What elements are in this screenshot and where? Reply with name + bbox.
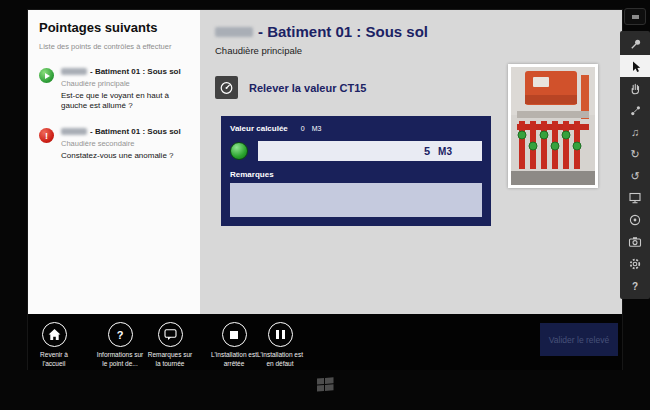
remarks-label: Remarques bbox=[230, 170, 482, 179]
value-entry-panel: Valeur calculée 0 M3 5 M3 Remarques bbox=[221, 116, 491, 226]
value-text: 5 bbox=[424, 145, 430, 157]
status-alert-icon bbox=[39, 128, 54, 143]
hand-icon bbox=[629, 82, 642, 95]
point-subtitle: Chaudière principale bbox=[61, 79, 183, 88]
page-subtitle: Chaudière principale bbox=[215, 45, 622, 56]
rotate-clockwise-button[interactable]: ↻ bbox=[620, 143, 650, 165]
point-subtitle: Chaudière secondaire bbox=[61, 139, 183, 148]
info-icon: ? bbox=[117, 329, 124, 341]
simulator-toolbar: ♫ ↻ ↺ bbox=[620, 8, 650, 299]
home-button[interactable]: Revenir à l'accueil bbox=[28, 322, 80, 369]
rotate-ccw-icon: ↺ bbox=[630, 170, 639, 183]
installation-fault-button[interactable]: L'installation est en défaut bbox=[250, 322, 310, 369]
location-icon bbox=[628, 213, 642, 227]
value-min: 0 bbox=[301, 125, 305, 132]
point-question: Est-ce que le voyant en haut à gauche es… bbox=[61, 91, 183, 112]
status-done-icon bbox=[39, 68, 54, 83]
tablet-bezel bbox=[0, 370, 650, 410]
rotation-icon: ♫ bbox=[631, 126, 639, 138]
set-location-button[interactable] bbox=[620, 209, 650, 231]
pin-icon bbox=[629, 38, 642, 51]
simulator-frame: Pointages suivants Liste des points de c… bbox=[0, 0, 650, 410]
page-title: - Batiment 01 : Sous sol bbox=[258, 23, 428, 40]
pause-icon bbox=[276, 330, 285, 339]
value-unit: M3 bbox=[438, 146, 452, 157]
value-input[interactable]: 5 M3 bbox=[258, 141, 482, 161]
home-icon bbox=[48, 328, 61, 341]
control-point-item[interactable]: - Batiment 01 : Sous sol Chaudière secon… bbox=[39, 127, 192, 161]
tour-remarks-button[interactable]: Remarques sur la tournée bbox=[140, 322, 200, 369]
screenshot-settings-button[interactable] bbox=[620, 253, 650, 275]
equipment-photo[interactable] bbox=[508, 64, 598, 188]
help-button[interactable]: ? bbox=[620, 275, 650, 297]
mouse-mode-button[interactable] bbox=[620, 55, 650, 77]
gauge-icon bbox=[215, 76, 238, 99]
pinch-zoom-icon bbox=[629, 104, 642, 117]
value-label: Valeur calculée bbox=[230, 124, 288, 133]
change-resolution-button[interactable] bbox=[620, 187, 650, 209]
point-question: Constatez-vous une anomalie ? bbox=[61, 151, 183, 161]
rotate-cw-icon: ↻ bbox=[630, 148, 639, 161]
app-screen: Pointages suivants Liste des points de c… bbox=[28, 10, 622, 370]
monitor-icon bbox=[628, 191, 642, 205]
rotate-counterclockwise-button[interactable]: ↺ bbox=[620, 165, 650, 187]
help-icon: ? bbox=[632, 281, 638, 292]
app-bar: Revenir à l'accueil ? Informations sur l… bbox=[28, 314, 622, 370]
camera-icon bbox=[628, 235, 642, 249]
comment-icon bbox=[164, 328, 177, 341]
value-header: Valeur calculée 0 M3 bbox=[230, 124, 482, 133]
value-unit-header: M3 bbox=[312, 125, 322, 132]
status-green-icon bbox=[230, 142, 248, 160]
current-point-panel: - Batiment 01 : Sous sol Chaudière princ… bbox=[200, 10, 622, 314]
panel-subtitle: Liste des points de contrôles à effectue… bbox=[39, 42, 192, 51]
control-point-item[interactable]: - Batiment 01 : Sous sol Chaudière princ… bbox=[39, 67, 192, 111]
simulator-menu-button[interactable] bbox=[624, 8, 646, 25]
touch-mode-button[interactable] bbox=[620, 77, 650, 99]
windows-home-button[interactable] bbox=[317, 377, 334, 392]
redacted-text bbox=[61, 68, 87, 75]
page-title-row: - Batiment 01 : Sous sol bbox=[215, 23, 622, 40]
gear-icon bbox=[628, 257, 642, 271]
equipment-photo-image bbox=[511, 67, 595, 185]
point-title: - Batiment 01 : Sous sol bbox=[61, 127, 183, 136]
windows-logo-icon bbox=[317, 377, 334, 392]
next-points-panel: Pointages suivants Liste des points de c… bbox=[28, 10, 200, 314]
stop-icon bbox=[230, 331, 238, 339]
redacted-text bbox=[61, 128, 87, 135]
validate-reading-button[interactable]: Valider le relevé bbox=[540, 323, 618, 356]
pinch-zoom-mode-button[interactable] bbox=[620, 99, 650, 121]
cursor-icon bbox=[629, 60, 642, 73]
task-label: Relever la valeur CT15 bbox=[249, 82, 366, 94]
remarks-input[interactable] bbox=[230, 183, 482, 217]
point-title: - Batiment 01 : Sous sol bbox=[61, 67, 183, 76]
redacted-text bbox=[215, 27, 253, 37]
always-on-top-pin-button[interactable] bbox=[620, 33, 650, 55]
rotation-mode-button[interactable]: ♫ bbox=[620, 121, 650, 143]
copy-screenshot-button[interactable] bbox=[620, 231, 650, 253]
panel-title: Pointages suivants bbox=[39, 20, 192, 35]
